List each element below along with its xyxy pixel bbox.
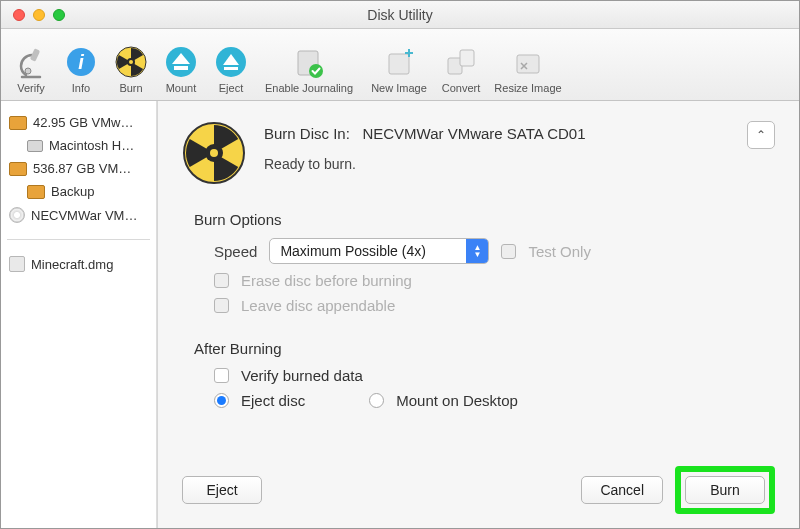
speed-select[interactable]: Maximum Possible (4x) ▲▼	[269, 238, 489, 264]
button-label: Burn	[710, 482, 740, 498]
burn-in-value: NECVMWar VMware SATA CD01	[362, 125, 585, 142]
test-only-label: Test Only	[528, 243, 591, 260]
cancel-button[interactable]: Cancel	[581, 476, 663, 504]
info-icon: i	[63, 44, 99, 80]
collapse-button[interactable]: ⌃	[747, 121, 775, 149]
burn-dialog: Burn Disc In: NECVMWar VMware SATA CD01 …	[157, 101, 799, 528]
highlight-box: Burn	[675, 466, 775, 514]
internal-disk-icon	[27, 140, 43, 152]
speed-value: Maximum Possible (4x)	[280, 243, 425, 259]
erase-before-checkbox	[214, 273, 229, 288]
toolbar-label: Info	[72, 82, 90, 94]
svg-text:i: i	[78, 51, 84, 73]
toolbar-burn[interactable]: Burn	[109, 44, 153, 94]
eject-disc-label: Eject disc	[241, 392, 305, 409]
mount-desktop-radio[interactable]	[369, 393, 384, 408]
toolbar-label: New Image	[371, 82, 427, 94]
mount-desktop-label: Mount on Desktop	[396, 392, 518, 409]
radiation-icon	[113, 44, 149, 80]
test-only-checkbox	[501, 244, 516, 259]
section-title: After Burning	[194, 340, 775, 357]
toolbar-enable-journaling[interactable]: Enable Journaling	[259, 44, 359, 94]
toolbar-eject[interactable]: Eject	[209, 44, 253, 94]
radiation-icon	[182, 121, 246, 185]
sidebar-item-label: Minecraft.dmg	[31, 257, 113, 272]
select-arrows-icon: ▲▼	[466, 239, 488, 263]
microscope-icon	[13, 44, 49, 80]
dmg-icon	[9, 256, 25, 272]
sidebar-item-label: Backup	[51, 184, 94, 199]
leave-appendable-checkbox	[214, 298, 229, 313]
eject-button[interactable]: Eject	[182, 476, 262, 504]
svg-rect-12	[224, 67, 238, 70]
sidebar-item-label: 536.87 GB VM…	[33, 161, 131, 176]
toolbar-new-image[interactable]: New Image	[365, 44, 433, 94]
erase-before-label: Erase disc before burning	[241, 272, 412, 289]
verify-burned-checkbox[interactable]	[214, 368, 229, 383]
convert-icon	[443, 44, 479, 80]
content-area: Burn Disc In: NECVMWar VMware SATA CD01 …	[157, 101, 799, 528]
toolbar-label: Burn	[119, 82, 142, 94]
dialog-header: Burn Disc In: NECVMWar VMware SATA CD01 …	[182, 121, 775, 185]
svg-rect-15	[389, 54, 409, 74]
svg-point-22	[210, 149, 218, 157]
leave-appendable-label: Leave disc appendable	[241, 297, 395, 314]
dialog-button-bar: Eject Cancel Burn	[182, 466, 775, 514]
burn-button[interactable]: Burn	[685, 476, 765, 504]
eject-disc-radio[interactable]	[214, 393, 229, 408]
burn-in-label: Burn Disc In:	[264, 125, 350, 142]
sidebar: 42.95 GB VMw… Macintosh H… 536.87 GB VM……	[1, 101, 157, 528]
toolbar-verify[interactable]: Verify	[9, 44, 53, 94]
new-image-icon	[381, 44, 417, 80]
svg-rect-19	[517, 55, 539, 73]
toolbar-info[interactable]: i Info	[59, 44, 103, 94]
sidebar-disk-1[interactable]: 42.95 GB VMw…	[1, 111, 156, 134]
resize-icon	[510, 44, 546, 80]
sidebar-item-label: Macintosh H…	[49, 138, 134, 153]
burn-status: Ready to burn.	[264, 156, 775, 172]
eject-icon	[213, 44, 249, 80]
toolbar-label: Enable Journaling	[265, 82, 353, 94]
sidebar-volume-1[interactable]: Macintosh H…	[1, 134, 156, 157]
toolbar-label: Eject	[219, 82, 243, 94]
sidebar-separator	[7, 239, 150, 240]
external-disk-icon	[27, 185, 45, 199]
app-window: Disk Utility Verify i Info Burn Mount	[0, 0, 800, 529]
sidebar-volume-2[interactable]: Backup	[1, 180, 156, 203]
svg-point-1	[25, 68, 31, 74]
toolbar-label: Resize Image	[494, 82, 561, 94]
verify-burned-label: Verify burned data	[241, 367, 363, 384]
section-title: Burn Options	[194, 211, 775, 228]
toolbar-resize-image[interactable]: Resize Image	[489, 44, 567, 94]
toolbar-mount[interactable]: Mount	[159, 44, 203, 94]
toolbar-label: Verify	[17, 82, 45, 94]
toolbar-label: Mount	[166, 82, 197, 94]
titlebar: Disk Utility	[1, 1, 799, 29]
chevron-up-icon: ⌃	[756, 128, 766, 142]
speed-label: Speed	[214, 243, 257, 260]
external-disk-icon	[9, 162, 27, 176]
svg-rect-18	[460, 50, 474, 66]
svg-rect-9	[174, 66, 188, 70]
after-burning-section: After Burning Verify burned data Eject d…	[194, 340, 775, 409]
toolbar-label: Convert	[442, 82, 481, 94]
sidebar-item-label: NECVMWar VM…	[31, 208, 137, 223]
button-label: Eject	[206, 482, 237, 498]
mount-icon	[163, 44, 199, 80]
burn-options-section: Burn Options Speed Maximum Possible (4x)…	[194, 211, 775, 314]
toolbar-convert[interactable]: Convert	[439, 44, 483, 94]
journaling-icon	[291, 44, 327, 80]
sidebar-disk-2[interactable]: 536.87 GB VM…	[1, 157, 156, 180]
window-body: 42.95 GB VMw… Macintosh H… 536.87 GB VM……	[1, 101, 799, 528]
button-label: Cancel	[600, 482, 644, 498]
sidebar-optical[interactable]: NECVMWar VM…	[1, 203, 156, 227]
window-title: Disk Utility	[1, 7, 799, 23]
optical-disc-icon	[9, 207, 25, 223]
toolbar: Verify i Info Burn Mount Eject	[1, 29, 799, 101]
svg-point-6	[129, 60, 133, 64]
burn-target-line: Burn Disc In: NECVMWar VMware SATA CD01	[264, 125, 775, 142]
sidebar-item-label: 42.95 GB VMw…	[33, 115, 133, 130]
sidebar-dmg[interactable]: Minecraft.dmg	[1, 252, 156, 276]
external-disk-icon	[9, 116, 27, 130]
